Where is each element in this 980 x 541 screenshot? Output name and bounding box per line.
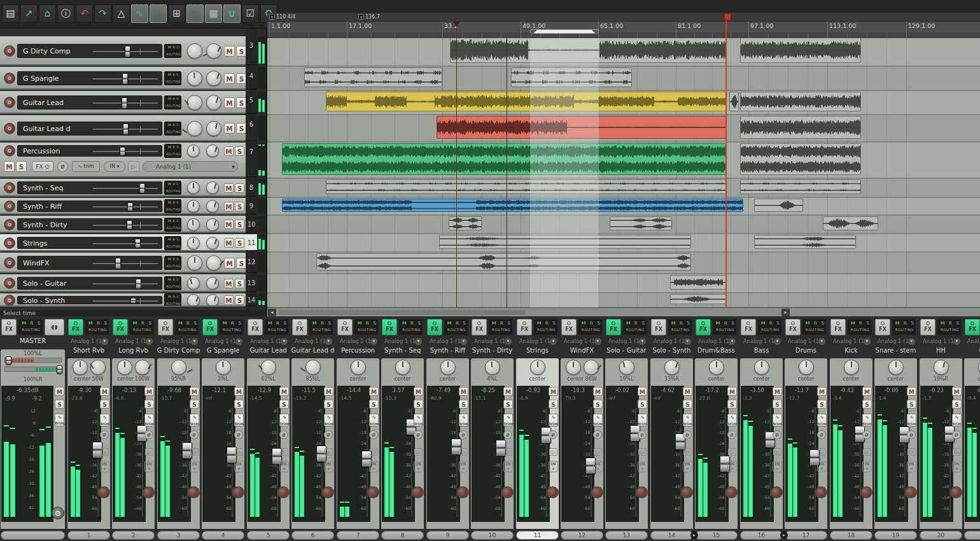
arrange-view[interactable]: T110 4/4T136.71.1.0017.1.0033.149.1.0065… [267, 13, 980, 316]
strip-number-box[interactable]: 3 [157, 531, 200, 540]
strip-number-box[interactable]: 8 [381, 531, 424, 540]
strip-mute-button[interactable]: M [324, 387, 333, 396]
fx-routing-mini[interactable]: MRSROUTING [164, 144, 181, 158]
strip-number-box[interactable]: 2 [112, 531, 155, 540]
strip-mute-button[interactable]: M [279, 387, 289, 396]
track-lane-14[interactable] [267, 293, 980, 307]
track-name-box[interactable]: Guitar Lead [17, 95, 162, 109]
strip-record-arm-button[interactable] [232, 486, 244, 498]
routing-button[interactable]: MRSROUTING [847, 319, 872, 335]
metronome-button[interactable]: △ [113, 4, 130, 23]
track-panel-4[interactable]: G SpangleMRSROUTINGMS [0, 67, 246, 90]
routing-button[interactable]: MRSROUTING [354, 319, 379, 335]
strip-monitor-button[interactable]: ▷ [190, 448, 199, 456]
track-number-cell[interactable]: 12 [246, 253, 257, 273]
fx-button[interactable]: FX [68, 319, 83, 335]
mixer-strip-15[interactable]: FXMRSROUTINGAnalog 1 (1▾Drum&Basscenter-… [694, 316, 738, 541]
loop-selection-bar[interactable] [530, 29, 599, 34]
routing-button[interactable]: MRSROUTING [757, 319, 782, 335]
strip-phase-button[interactable]: ø [144, 430, 153, 439]
width-knob[interactable] [206, 218, 219, 231]
solo-button[interactable]: S [236, 73, 246, 84]
strip-input-mode-button[interactable]: IN▾ [324, 461, 333, 472]
mute-button[interactable]: M [224, 97, 235, 108]
strip-input-mode-button[interactable]: IN▾ [683, 461, 692, 472]
strip-solo-button[interactable]: S [414, 400, 423, 409]
fx-button[interactable]: FX [785, 319, 801, 335]
mixer-strip-3[interactable]: FXMRSROUTINGAnalog 1 (1▾G Dirty Comp95%R… [157, 316, 200, 541]
track-panel-14[interactable]: Solo - SynthMRSROUTINGMS [0, 293, 246, 307]
volume-fader-handle[interactable] [127, 202, 133, 211]
width-knob[interactable] [206, 121, 221, 136]
routing-button[interactable]: ROUTING [165, 302, 181, 307]
strip-number-box[interactable]: 17 [785, 531, 827, 540]
mute-button[interactable]: M [224, 258, 235, 269]
strip-record-arm-button[interactable] [860, 486, 872, 498]
strip-solo-button[interactable]: S [190, 400, 199, 409]
strip-number-box[interactable]: 14 [650, 531, 693, 540]
strip-input-selector[interactable]: Analog 1 (1▾ [517, 337, 558, 346]
loop-end-handle[interactable] [592, 30, 598, 36]
master-strip[interactable]: FXMRSROUTING◖◗MASTER100%L100%R-6.35dB-9.… [0, 316, 66, 541]
strip-input-selector[interactable]: Analog 1 (1▾ [920, 337, 962, 346]
strip-input-selector[interactable]: Analog 1 (1▾ [785, 337, 827, 346]
solo-button[interactable]: S [235, 220, 244, 229]
master-pan-right-slider[interactable] [4, 367, 62, 372]
media-item[interactable] [823, 216, 878, 230]
routing-button[interactable]: MRSROUTING [892, 319, 916, 335]
track-panel-8[interactable]: Synth - SeqMRSROUTINGMS [0, 179, 246, 197]
fx-routing-mini[interactable]: MRSROUTING [164, 44, 181, 58]
width-knob[interactable] [206, 237, 219, 249]
strip-number-box[interactable]: 1 [67, 531, 110, 540]
media-item[interactable] [670, 275, 726, 290]
fx-button[interactable]: FX [382, 319, 397, 335]
routing-button[interactable]: MRSROUTING [533, 319, 558, 335]
track-number-cell[interactable]: 14 [246, 293, 257, 307]
width-knob[interactable] [90, 360, 106, 375]
envelope-button[interactable]: ∿ trim [72, 161, 100, 172]
strip-monitor-button[interactable]: ▷ [638, 448, 647, 456]
pan-knob[interactable] [187, 144, 200, 157]
master-settings-button[interactable]: ⚙ [52, 507, 64, 519]
strip-number-box[interactable]: 5 [247, 531, 290, 540]
record-arm-button[interactable] [4, 295, 15, 306]
fx-button[interactable]: FX [427, 319, 442, 335]
fx-button[interactable]: FX [292, 319, 307, 335]
strip-mute-button[interactable]: M [190, 387, 199, 396]
mute-button[interactable]: M [224, 202, 234, 211]
strip-input-mode-button[interactable]: IN▾ [234, 461, 244, 472]
mixer-strip-11[interactable]: FXMRSROUTINGAnalog 1 (1▾Stringscenter-0.… [515, 316, 559, 541]
locking-button[interactable]: ☑ [242, 4, 259, 23]
scroll-right-arrow[interactable]: ▸ [781, 309, 790, 316]
mixer-strip-21[interactable]: FXMRSROUTINGAnalog 1 (1▾Ovecenter-8.4-9.… [963, 316, 980, 541]
strip-trim-button[interactable]: ∿trim [683, 414, 692, 426]
fx-routing-mini[interactable]: MRSROUTING [164, 218, 181, 232]
track-panel-11[interactable]: StringsMRSROUTINGMS [0, 234, 246, 251]
strip-mute-button[interactable]: M [414, 387, 423, 396]
strip-solo-button[interactable]: S [459, 400, 468, 409]
strip-input-selector[interactable]: Analog 1 (1▾ [248, 337, 289, 346]
volume-fader-handle[interactable] [115, 258, 121, 269]
routing-button[interactable]: ROUTING [165, 244, 181, 250]
pan-knob[interactable] [187, 200, 200, 213]
strip-monitor-button[interactable]: ▷ [773, 448, 781, 456]
strip-trim-button[interactable]: ∿trim [862, 414, 872, 426]
fx-button[interactable]: FX [741, 319, 756, 335]
routing-button[interactable]: MRSROUTING [668, 319, 692, 335]
mixer-strip-20[interactable]: FXMRSROUTINGAnalog 1 (1▾HH19%R-0.23-1.3-… [919, 316, 963, 541]
pan-knob[interactable] [73, 360, 88, 375]
media-item[interactable] [316, 253, 691, 270]
strip-trim-button[interactable]: ∿trim [549, 414, 558, 426]
strip-number-box[interactable]: 20 [920, 531, 962, 540]
master-solo-button[interactable]: S [55, 400, 64, 409]
mixer-strip-2[interactable]: FXMRSROUTINGAnalog 1 (1▾Long Rvbcenter 1… [111, 316, 155, 541]
fx-routing-mini[interactable]: MRSROUTING [164, 256, 181, 270]
strip-input-selector[interactable]: Analog 1 (1▾ [561, 337, 603, 346]
pan-knob[interactable] [187, 277, 200, 290]
routing-button[interactable]: MRSROUTING [578, 319, 603, 335]
fx-button[interactable]: FX [965, 319, 980, 335]
strip-phase-button[interactable]: ø [190, 430, 199, 439]
strip-input-selector[interactable]: Analog 1 (1▾ [68, 337, 109, 346]
mixer-strip-14[interactable]: FXMRSROUTINGAnalog 1 (1▾Solo - Synth33%R… [650, 316, 694, 541]
strip-input-selector[interactable]: Analog 1 (1▾ [696, 337, 737, 346]
